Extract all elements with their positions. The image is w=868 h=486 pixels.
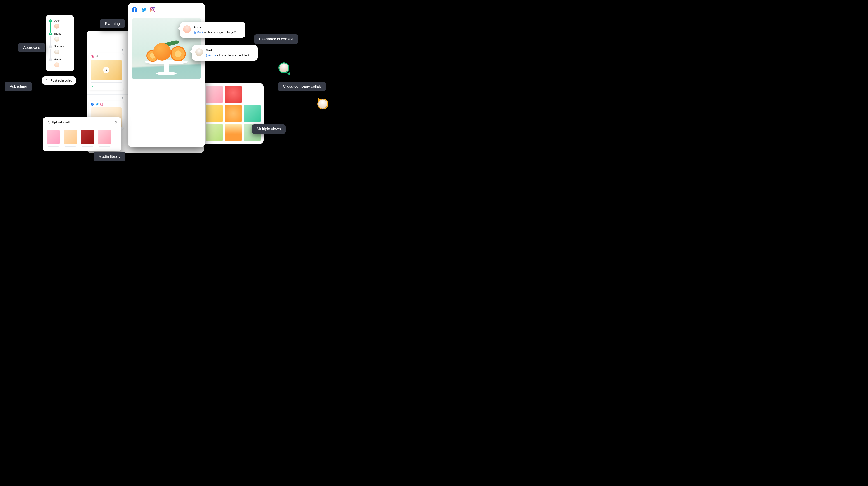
post-thumbnail — [91, 60, 122, 80]
avatar — [54, 50, 59, 55]
upload-item[interactable] — [46, 129, 60, 147]
mention[interactable]: @Anna — [206, 54, 216, 57]
instagram-icon[interactable] — [150, 7, 156, 13]
date-number: 2 — [122, 49, 124, 52]
bubble-tail-icon — [190, 49, 193, 54]
media-library-label: Media library — [94, 152, 125, 161]
svg-point-2 — [93, 56, 93, 56]
upload-item[interactable] — [81, 129, 94, 147]
publishing-label: Publishing — [4, 82, 32, 91]
comment-bubble[interactable]: Mark @Anna all good let's schedule it. — [192, 45, 258, 61]
media-grid-panel — [203, 83, 264, 144]
svg-point-6 — [102, 103, 103, 104]
check-icon — [49, 20, 52, 23]
upload-item[interactable] — [64, 129, 77, 147]
approvals-card: Jack Ingrid Samuel Anne — [46, 15, 74, 71]
progress-line — [50, 36, 51, 45]
calendar-cell[interactable]: 2 ✓ — [87, 47, 126, 94]
avatar — [54, 62, 59, 67]
upload-media-dialog: Upload media ✕ — [43, 117, 121, 151]
approval-row: Samuel — [49, 45, 71, 55]
comment-body: @Mark is this post good to go? — [193, 30, 236, 34]
approval-row: Ingrid — [49, 32, 71, 41]
comment-author: Mark — [206, 49, 250, 53]
approval-name: Samuel — [54, 45, 64, 48]
approved-check-icon: ✓ — [91, 85, 94, 88]
media-thumb[interactable] — [206, 86, 223, 103]
play-icon[interactable] — [103, 67, 110, 73]
media-thumb[interactable] — [206, 105, 223, 122]
pending-dot-icon — [49, 58, 52, 61]
approval-name: Ingrid — [54, 32, 62, 35]
svg-point-14 — [154, 8, 154, 8]
tiktok-icon — [95, 55, 99, 59]
svg-rect-12 — [150, 7, 155, 12]
facebook-icon[interactable] — [131, 7, 137, 13]
post-card[interactable]: ✓ — [89, 53, 124, 90]
mention[interactable]: @Mark — [193, 31, 204, 34]
cross-collab-label: Cross-company collab — [278, 82, 326, 91]
collaborator-avatar[interactable] — [279, 63, 288, 72]
svg-point-5 — [101, 104, 102, 105]
twitter-icon — [95, 102, 99, 106]
comment-body: @Anna all good let's schedule it. — [206, 53, 250, 57]
collaborator-avatar[interactable] — [318, 99, 327, 109]
avatar — [183, 25, 191, 33]
post-meta-placeholder — [91, 82, 122, 83]
svg-point-13 — [151, 8, 154, 11]
approvals-label: Approvals — [18, 43, 45, 53]
approval-row: Jack — [49, 19, 71, 29]
media-thumb[interactable] — [225, 124, 242, 141]
media-thumb[interactable] — [225, 105, 242, 122]
close-icon[interactable]: ✕ — [115, 120, 118, 125]
pending-dot-icon — [49, 45, 52, 49]
progress-line — [50, 23, 51, 32]
instagram-icon — [91, 55, 94, 59]
media-thumb[interactable] — [244, 105, 261, 122]
bubble-tail-icon — [178, 26, 180, 31]
check-icon — [49, 32, 52, 35]
upload-item[interactable] — [98, 129, 111, 147]
twitter-icon[interactable] — [141, 7, 147, 13]
cursor-icon — [287, 71, 291, 75]
media-thumb[interactable] — [206, 124, 223, 141]
facebook-icon — [91, 102, 94, 106]
svg-point-1 — [92, 56, 93, 57]
avatar — [54, 24, 59, 29]
avatar — [195, 49, 203, 56]
clock-icon — [45, 79, 49, 82]
comment-bubble[interactable]: Anna @Mark is this post good to go? — [180, 22, 246, 37]
upload-title: Upload media — [52, 121, 71, 124]
date-number: 9 — [122, 96, 124, 99]
approval-name: Jack — [54, 19, 60, 22]
comment-author: Anna — [193, 25, 236, 29]
feedback-label: Feedback in context — [254, 34, 298, 44]
progress-line — [50, 49, 51, 58]
multiple-views-label: Multiple views — [252, 124, 286, 134]
upload-icon — [46, 121, 50, 124]
approval-row: Anne — [49, 58, 71, 67]
approval-name: Anne — [54, 58, 61, 61]
media-thumb[interactable] — [225, 86, 242, 103]
post-scheduled-text: Post scheduled — [51, 79, 72, 82]
media-thumb[interactable] — [244, 86, 261, 103]
planning-label: Planning — [100, 19, 125, 29]
instagram-icon — [100, 102, 103, 106]
post-scheduled-chip: Post scheduled — [42, 77, 76, 85]
avatar — [54, 37, 59, 41]
